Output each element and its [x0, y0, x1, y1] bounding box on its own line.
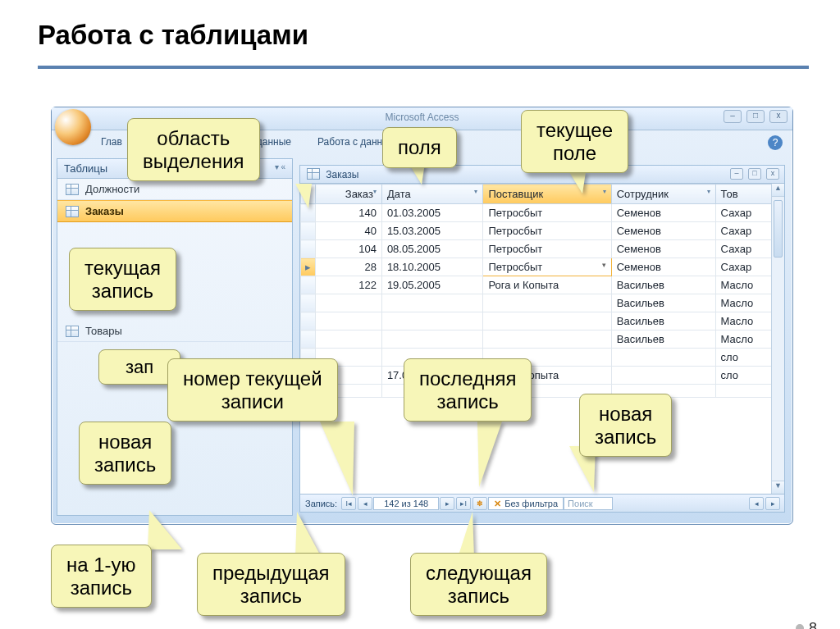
- hscroll-left-button[interactable]: ◂: [749, 497, 764, 510]
- sub-close-button[interactable]: x: [766, 168, 779, 180]
- nav-item-tovary[interactable]: Товары: [57, 321, 292, 342]
- table-new-row[interactable]: *: [301, 385, 784, 398]
- record-counter[interactable]: 142 из 148: [373, 497, 439, 510]
- hscroll-right-button[interactable]: ▸: [765, 497, 780, 510]
- callout-current-field: текущееполе: [521, 110, 628, 173]
- divider: [38, 66, 809, 69]
- table-icon: [307, 168, 320, 180]
- callout-next-record: следующаязапись: [410, 553, 547, 616]
- col-sotrudnik[interactable]: Сотрудник▾: [611, 185, 715, 204]
- sub-minimize-button[interactable]: –: [730, 168, 743, 180]
- callout-record-number: номер текущейзаписи: [167, 358, 338, 422]
- table-row[interactable]: 10408.05.2005ПетросбытСеменовСахар: [301, 240, 784, 258]
- next-record-button[interactable]: ▸: [440, 497, 454, 510]
- save-icon[interactable]: [98, 112, 111, 125]
- search-box[interactable]: Поиск: [564, 497, 613, 510]
- table-row-active[interactable]: ▸2818.10.2005Петросбыт ▾СеменовСахар: [301, 258, 784, 276]
- callout-first-record: на 1-уюзапись: [51, 545, 152, 608]
- filter-status[interactable]: ✕Без фильтра: [488, 497, 564, 510]
- table-row[interactable]: 14001.03.2005ПетросбытСеменовСахар: [301, 204, 784, 222]
- minimize-button[interactable]: –: [724, 110, 742, 123]
- callout-fields: поля: [382, 127, 457, 168]
- maximize-button[interactable]: □: [746, 110, 765, 123]
- first-record-button[interactable]: I◂: [341, 497, 356, 510]
- help-icon[interactable]: ?: [768, 135, 783, 150]
- table-icon: [66, 206, 79, 217]
- new-record-button[interactable]: ✽: [472, 497, 487, 510]
- close-button[interactable]: x: [769, 110, 788, 123]
- sub-maximize-button[interactable]: □: [748, 168, 761, 180]
- table-row[interactable]: 4015.03.2005ПетросбытСеменовСахар: [301, 222, 784, 240]
- scroll-down-icon[interactable]: ▼: [772, 481, 784, 494]
- callout-prev-record: предыдущаязапись: [197, 553, 345, 616]
- col-data[interactable]: Дата▾: [381, 185, 483, 204]
- vertical-scrollbar[interactable]: ▲ ▼: [771, 184, 784, 494]
- scroll-thumb[interactable]: [774, 200, 783, 258]
- table-icon: [66, 184, 79, 195]
- table-row[interactable]: ВасильевМасло: [301, 330, 784, 349]
- tab-home[interactable]: Глав: [99, 134, 124, 150]
- col-zakaz[interactable]: Заказ▾: [316, 185, 382, 204]
- nav-item-dolzhnosti[interactable]: Должности: [57, 179, 292, 200]
- datasheet-title: Заказы: [326, 169, 358, 180]
- table-row[interactable]: 17.06.20Рога и Копытасло: [301, 367, 784, 385]
- page-number: 8: [796, 620, 817, 629]
- last-record-button[interactable]: ▸I: [456, 497, 471, 510]
- callout-current-record: текущаязапись: [69, 248, 176, 311]
- record-navigator: Запись: I◂ ◂ 142 из 148 ▸ ▸I ✽ ✕Без филь…: [300, 494, 784, 512]
- data-table: Заказ▾ Дата▾ Поставщик▾ Сотрудник▾ Тов 1…: [300, 184, 784, 398]
- nav-item-zakazy[interactable]: Заказы: [57, 200, 292, 222]
- table-row[interactable]: ВасильевМасло: [301, 294, 784, 312]
- prev-record-button[interactable]: ◂: [358, 497, 372, 510]
- datasheet-window: Заказы – □ x Заказ▾ Дата▾ Поставщик▾ Сот…: [299, 165, 785, 513]
- scroll-up-icon[interactable]: ▲: [772, 184, 784, 197]
- col-postavshik[interactable]: Поставщик▾: [483, 185, 611, 204]
- callout-new-record-left: новаязапись: [79, 422, 171, 485]
- callout-selection-area: областьвыделения: [127, 118, 260, 181]
- table-row[interactable]: сло: [301, 349, 784, 367]
- table-icon: [66, 326, 79, 337]
- page-title: Работа с таблицами: [38, 20, 840, 51]
- callout-new-record-right: новаязапись: [579, 394, 672, 457]
- callout-last-record: последняязапись: [404, 358, 532, 422]
- app-title: Microsoft Access: [385, 112, 459, 123]
- office-button[interactable]: [55, 109, 91, 145]
- table-row[interactable]: 12219.05.2005Рога и КопытаВасильевМасло: [301, 276, 784, 294]
- table-row[interactable]: ВасильевМасло: [301, 312, 784, 330]
